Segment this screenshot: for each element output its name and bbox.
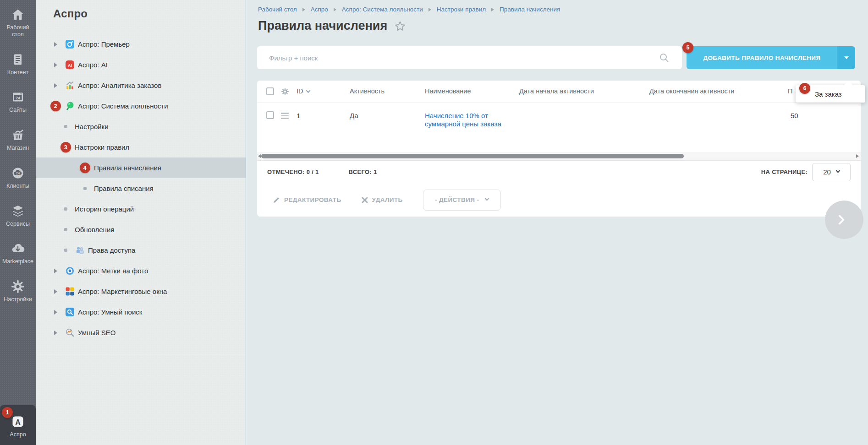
sort-chevron-icon <box>306 88 310 93</box>
sidebar-item-label: Правила списания <box>94 185 154 192</box>
sidebar-item-updates[interactable]: Обновления <box>36 219 246 240</box>
content-icon <box>11 53 25 66</box>
rail-item-marketplace[interactable]: Marketplace <box>0 234 36 272</box>
favorite-star-icon[interactable] <box>395 21 406 32</box>
sidebar-item-loyalty-settings[interactable]: Настройки <box>36 116 246 137</box>
breadcrumb-link[interactable]: Настроки правил <box>437 6 486 13</box>
chevron-right-icon <box>835 215 845 225</box>
filter-search-input[interactable] <box>257 54 682 62</box>
sidebar-item-ai[interactable]: AIАспро: AI <box>36 54 246 75</box>
sidebar-item-smart-seo[interactable]: Умный SEO <box>36 322 246 343</box>
breadcrumb-link[interactable]: Правила начисления <box>500 6 560 13</box>
row-checkbox[interactable] <box>266 111 274 119</box>
rail-item-label: Сайты <box>9 107 27 114</box>
cell-id: 1 <box>297 112 300 119</box>
sidebar-item-photo-tags[interactable]: Аспро: Метки на фото <box>36 260 246 281</box>
desktop-icon <box>11 8 25 22</box>
breadcrumb-separator-icon <box>334 8 336 11</box>
step-badge-4: 4 <box>80 163 90 173</box>
column-header-3[interactable]: Дата начала активности <box>519 87 594 95</box>
actions-select[interactable]: - ДЕЙСТВИЯ - <box>423 190 501 211</box>
svg-text:24: 24 <box>16 171 20 175</box>
rail-item-content[interactable]: Контент <box>0 45 36 83</box>
sidebar-item-marketing-windows[interactable]: Аспро: Маркетинговые окна <box>36 281 246 302</box>
column-header-4[interactable]: Дата окончания активности <box>649 87 734 95</box>
sidebar-item-label: Аспро: Метки на фото <box>78 267 148 275</box>
sidebar-item-smart-search[interactable]: Аспро: Умный поиск <box>36 302 246 322</box>
main-content: Рабочий столАспроАспро: Система лояльнос… <box>246 0 868 445</box>
sidebar-item-label: Умный SEO <box>78 329 115 336</box>
add-rule-dropdown-item-order[interactable]: 6 За заказ <box>796 85 865 103</box>
column-header-5[interactable]: П <box>788 87 792 95</box>
grid-settings-gear-icon[interactable] <box>281 87 289 96</box>
grid-actions: РЕДАКТИРОВАТЬ УДАЛИТЬ - ДЕЙСТВИЯ - <box>257 183 861 217</box>
sidebar-item-premier[interactable]: Аспро: Премьер <box>36 34 246 54</box>
row-menu-icon[interactable] <box>281 113 289 120</box>
aspro-icon: A <box>11 415 25 429</box>
loyalty-icon <box>66 102 74 110</box>
search-icon[interactable] <box>659 53 669 63</box>
rail-item-label: Аспро <box>10 431 26 438</box>
sidebar-item-label: Аспро: Аналитика заказов <box>78 81 161 89</box>
per-page-label: НА СТРАНИЦЕ: <box>761 168 808 175</box>
column-header-1[interactable]: Активность <box>350 87 385 95</box>
grid-header: IDАктивностьНаименованиеДата начала акти… <box>257 81 861 103</box>
rail-item-desktop[interactable]: Рабочий стол <box>0 0 36 45</box>
add-rule-dropdown-button[interactable] <box>837 46 855 69</box>
column-header-2[interactable]: Наименование <box>425 87 471 95</box>
sidebar-item-accrual-rules[interactable]: 4Правила начисления <box>36 157 246 178</box>
select-all-checkbox[interactable] <box>266 87 274 95</box>
scrollbar-thumb[interactable] <box>261 154 684 158</box>
add-accrual-rule-button[interactable]: ДОБАВИТЬ ПРАВИЛО НАЧИСЛЕНИЯ <box>687 46 837 69</box>
expand-arrow-icon <box>54 42 57 47</box>
left-rail: Рабочий столКонтент24СайтыМагазин24Клиен… <box>0 0 36 445</box>
rail-item-label: Рабочий стол <box>1 24 35 38</box>
column-header-0[interactable]: ID <box>297 87 310 95</box>
rail-item-label: Клиенты <box>6 183 29 190</box>
rail-item-aspro[interactable]: 1AАспро <box>0 405 36 445</box>
total-counter: ВСЕГО: 1 <box>349 168 377 175</box>
rail-item-clients[interactable]: 24Клиенты <box>0 158 36 196</box>
sidebar-item-loyalty[interactable]: 2Аспро: Система лояльности <box>36 96 246 116</box>
chevron-down-icon <box>835 168 840 173</box>
sidebar-item-access-rights[interactable]: Права доступа <box>36 240 246 260</box>
expand-arrow-icon <box>54 269 57 273</box>
store-icon <box>11 128 25 142</box>
scroll-right-arrow-icon[interactable] <box>856 154 859 158</box>
step-badge-2: 2 <box>50 101 61 111</box>
rail-item-sites[interactable]: 24Сайты <box>0 82 36 120</box>
sidebar-item-rules-settings[interactable]: 3Настроки правил <box>36 137 246 157</box>
sidebar-item-label: Аспро: Умный поиск <box>78 308 142 316</box>
sidebar-item-analytics[interactable]: Аспро: Аналитика заказов <box>36 75 246 96</box>
per-page-select[interactable]: 20 <box>812 163 851 181</box>
edit-button[interactable]: РЕДАКТИРОВАТЬ <box>273 196 341 204</box>
expand-arrow-icon <box>54 63 57 67</box>
rail-item-label: Marketplace <box>2 258 33 265</box>
scroll-left-arrow-icon[interactable] <box>258 154 261 158</box>
rail-item-settings[interactable]: Настройки <box>0 272 36 310</box>
filter-box <box>257 46 682 69</box>
breadcrumb-link[interactable]: Рабочий стол <box>258 6 297 13</box>
breadcrumb-link[interactable]: Аспро: Система лояльности <box>342 6 423 13</box>
delete-button[interactable]: УДАЛИТЬ <box>362 196 403 203</box>
step-badge-5: 5 <box>682 42 693 53</box>
checked-counter: ОТМЕЧЕНО: 0 / 1 <box>267 168 319 175</box>
sidebar-item-label: Аспро: AI <box>78 61 108 69</box>
rail-item-store[interactable]: Магазин <box>0 120 36 158</box>
settings-icon <box>11 280 25 293</box>
svg-text:24: 24 <box>16 96 20 100</box>
breadcrumb-separator-icon <box>429 8 431 11</box>
sidebar-item-label: Права доступа <box>88 246 135 254</box>
breadcrumb-link[interactable]: Аспро <box>311 6 328 13</box>
cell-name-link[interactable]: Начисление 10% от суммарной цены заказа <box>425 112 507 128</box>
bullet-icon <box>64 125 67 128</box>
sidebar-item-writeoff-rules[interactable]: Правила списания <box>36 178 246 199</box>
rules-grid-panel: IDАктивностьНаименованиеДата начала акти… <box>257 81 861 217</box>
next-page-button[interactable] <box>825 201 863 239</box>
sidebar-item-label: Обновления <box>75 226 114 233</box>
smartsearch-icon <box>66 308 74 316</box>
rail-item-services[interactable]: Сервисы <box>0 196 36 234</box>
sidebar-item-label: Аспро: Премьер <box>78 40 130 48</box>
sites-icon: 24 <box>11 90 25 104</box>
sidebar-item-operations-history[interactable]: История операций <box>36 199 246 219</box>
